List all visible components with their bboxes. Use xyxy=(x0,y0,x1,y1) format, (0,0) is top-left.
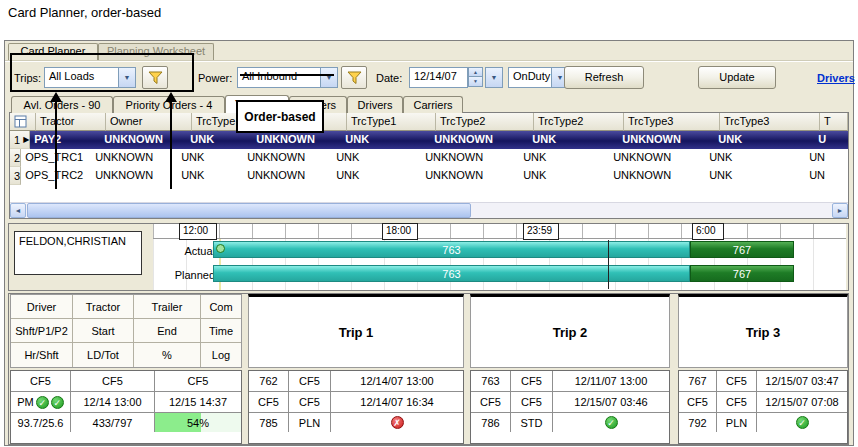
date-spinner[interactable]: ▲ ▼ xyxy=(468,67,483,88)
trip-cell: 786 xyxy=(471,413,511,432)
power-label: Power: xyxy=(198,72,232,84)
actual-trip-bar-763[interactable]: 763 xyxy=(213,241,690,258)
driver-shift-cell: PM ✓ ✓ xyxy=(11,392,71,413)
scrollbar-thumb[interactable] xyxy=(27,203,471,218)
spinner-up-icon[interactable]: ▲ xyxy=(468,67,483,77)
trip-cell: CF5 xyxy=(717,392,757,413)
cell: U xyxy=(814,131,842,149)
column-header-owner[interactable]: Owner xyxy=(106,113,192,131)
card-planner-window: Card Planner Planning Worksheet Trips: A… xyxy=(4,40,854,446)
grid-row[interactable]: 3 OPS_TRC2 UNKNOWN UNK UNKNOWN UNK UNKNO… xyxy=(10,167,848,185)
update-button[interactable]: Update xyxy=(698,66,776,89)
cell: UNKNOWN xyxy=(252,131,341,149)
refresh-button[interactable]: Refresh xyxy=(564,66,644,89)
trip-2-card[interactable]: 763 CF5 12/11/07 13:00 CF5 CF5 12/15/07 … xyxy=(470,370,670,444)
trip-3-card[interactable]: 767 CF5 12/15/07 03:47 CF5 CF5 12/15/07 … xyxy=(678,370,848,444)
driver-card-cell: 12/14 13:00 xyxy=(71,392,155,413)
trip-title: Trip 2 xyxy=(553,325,588,340)
column-header-trctype3a[interactable]: TrcType3 xyxy=(624,113,720,131)
column-header-trctype2b[interactable]: TrcType2 xyxy=(534,113,624,131)
check-icon: ✓ xyxy=(51,396,64,409)
trip-start-marker-icon xyxy=(216,244,225,253)
annotation-callout: Order-based xyxy=(236,100,324,133)
column-header-trctype1b[interactable]: TrcType1 xyxy=(347,113,436,131)
cell: UNKNOWN xyxy=(421,167,519,185)
trip-1-card[interactable]: 762 CF5 12/14/07 13:00 CF5 CF5 12/14/07 … xyxy=(248,370,464,444)
row-header[interactable]: 2 xyxy=(10,149,21,167)
tab-avl-orders[interactable]: Avl. Orders - 90 xyxy=(11,96,113,113)
trip-cell: 785 xyxy=(249,413,289,432)
cell: UNK xyxy=(705,149,805,167)
driver-name-box[interactable]: FELDON,CHRISTIAN xyxy=(14,231,142,275)
column-header-trctype3b[interactable]: TrcType3 xyxy=(720,113,820,131)
duty-status-combo[interactable]: OnDuty ▼ xyxy=(508,67,569,88)
horizontal-scrollbar[interactable]: ◄ ► xyxy=(10,202,848,218)
trip-2-header[interactable]: Trip 2 xyxy=(470,294,670,368)
trip-3-header[interactable]: Trip 3 xyxy=(678,294,848,368)
shift-label: PM xyxy=(17,396,34,408)
spinner-down-icon[interactable]: ▼ xyxy=(468,77,483,87)
trip-cell: PLN xyxy=(717,413,757,432)
trip-title: Trip 3 xyxy=(746,325,781,340)
scroll-right-icon[interactable]: ► xyxy=(832,203,848,218)
driver-card-cell: CF5 xyxy=(71,371,155,392)
check-icon: ✓ xyxy=(796,416,809,429)
grid-properties-icon xyxy=(14,115,27,128)
time-tick: 12:00 xyxy=(179,223,217,240)
trip-cell: CF5 xyxy=(511,371,553,392)
driver-info-header-panel: Driver Tractor Trailer Com Shft/P1/P2 St… xyxy=(10,294,242,368)
power-combo[interactable]: All Inbound ▼ xyxy=(237,67,338,88)
planned-trip-bar-763[interactable]: 763 xyxy=(213,265,690,282)
drivers-link[interactable]: Drivers xyxy=(817,72,855,84)
actual-trip-bar-767[interactable]: 767 xyxy=(690,241,794,258)
cell: UNKNOWN xyxy=(243,149,332,167)
chevron-down-icon[interactable]: ▼ xyxy=(486,68,502,87)
tab-drivers[interactable]: Drivers xyxy=(347,96,403,113)
grid-row-selected[interactable]: 1▶ PAY2 UNKNOWN UNK UNKNOWN UNK UNKNOWN … xyxy=(10,131,848,149)
cell: UNK xyxy=(519,149,609,167)
cell-owner: UNKNOWN xyxy=(91,167,177,185)
row-header[interactable]: 1▶ xyxy=(10,131,30,149)
driver-card[interactable]: CF5 CF5 CF5 PM ✓ ✓ 12/14 13:00 12/15 14:… xyxy=(10,370,242,444)
annotation-strikethrough-line xyxy=(240,74,334,76)
cell: UNK xyxy=(528,131,618,149)
cell: UNK xyxy=(332,167,421,185)
grid-header-row: Tractor Owner TrcType TrcType1 TrcType1 … xyxy=(10,113,848,131)
power-filter-button[interactable] xyxy=(341,66,367,89)
tab-carriers[interactable]: Carriers xyxy=(403,96,463,113)
trip-cell: 762 xyxy=(249,371,289,392)
info-header: Shft/P1/P2 xyxy=(11,319,73,343)
grid-row[interactable]: 2 OPS_TRC1 UNKNOWN UNK UNKNOWN UNK UNKNO… xyxy=(10,149,848,167)
cell: UNK xyxy=(705,167,805,185)
trip-cell: CF5 xyxy=(679,392,717,413)
date-dropdown-button[interactable]: ▼ xyxy=(485,67,503,88)
trip-cell: CF5 xyxy=(717,371,757,392)
power-combo-value: All Inbound xyxy=(238,68,320,87)
check-icon: ✓ xyxy=(605,416,618,429)
column-header-tractor[interactable]: Tractor xyxy=(36,113,106,131)
row-header[interactable]: 3 xyxy=(10,167,21,185)
trip-cell: 12/15/07 03:46 xyxy=(553,392,669,413)
trip-1-header[interactable]: Trip 1 xyxy=(248,294,464,368)
trip-cell: 763 xyxy=(471,371,511,392)
driver-card-cell: CF5 xyxy=(155,371,241,392)
trip-title: Trip 1 xyxy=(339,325,374,340)
column-header-cut[interactable]: T xyxy=(820,113,848,131)
scroll-left-icon[interactable]: ◄ xyxy=(10,203,26,218)
time-tick: 18:00 xyxy=(382,223,418,240)
cell: UN xyxy=(805,149,833,167)
grid-corner-cell[interactable] xyxy=(10,113,36,131)
trip-cell: 12/15/07 03:47 xyxy=(757,371,847,392)
cell: UNK xyxy=(714,131,814,149)
date-input[interactable]: 12/14/07 xyxy=(409,67,468,88)
column-header-trctype2a[interactable]: TrcType2 xyxy=(436,113,534,131)
planned-trip-bar-767[interactable]: 767 xyxy=(690,265,794,282)
time-tick: 6:00 xyxy=(692,223,724,240)
trip-status-cell: ✓ xyxy=(757,413,847,432)
trip-cell: CF5 xyxy=(289,371,331,392)
cell: UNK xyxy=(186,131,252,149)
filter-icon xyxy=(347,71,362,85)
chevron-down-icon[interactable]: ▼ xyxy=(320,68,337,87)
cell: UNKNOWN xyxy=(609,149,705,167)
page-title: Card Planner, order-based xyxy=(8,5,161,20)
